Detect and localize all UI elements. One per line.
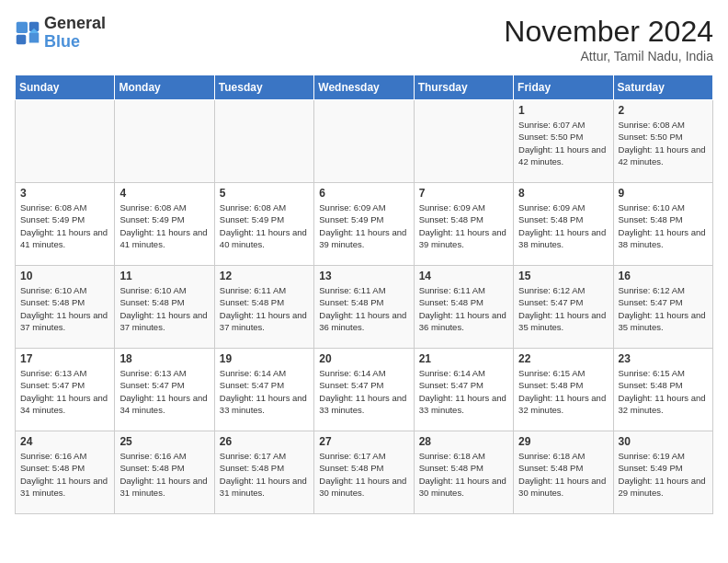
- calendar-cell: 8Sunrise: 6:09 AM Sunset: 5:48 PM Daylig…: [514, 183, 613, 266]
- day-info: Sunrise: 6:14 AM Sunset: 5:47 PM Dayligh…: [220, 367, 309, 416]
- day-number: 10: [20, 270, 109, 282]
- calendar-cell: 1Sunrise: 6:07 AM Sunset: 5:50 PM Daylig…: [514, 100, 613, 183]
- calendar-cell: 15Sunrise: 6:12 AM Sunset: 5:47 PM Dayli…: [514, 266, 613, 349]
- day-number: 4: [119, 187, 209, 200]
- calendar-cell: 18Sunrise: 6:13 AM Sunset: 5:47 PM Dayli…: [115, 349, 214, 431]
- day-number: 15: [518, 270, 608, 282]
- calendar-cell: 6Sunrise: 6:09 AM Sunset: 5:49 PM Daylig…: [314, 183, 414, 266]
- weekday-header-sunday: Sunday: [16, 75, 115, 100]
- day-info: Sunrise: 6:08 AM Sunset: 5:49 PM Dayligh…: [20, 201, 109, 250]
- svg-rect-2: [17, 35, 27, 45]
- day-info: Sunrise: 6:16 AM Sunset: 5:48 PM Dayligh…: [20, 450, 109, 499]
- day-number: 20: [319, 352, 408, 365]
- calendar-cell: 27Sunrise: 6:17 AM Sunset: 5:48 PM Dayli…: [314, 431, 414, 514]
- day-info: Sunrise: 6:18 AM Sunset: 5:48 PM Dayligh…: [419, 450, 508, 499]
- day-info: Sunrise: 6:19 AM Sunset: 5:49 PM Dayligh…: [619, 450, 708, 499]
- day-number: 18: [119, 352, 209, 365]
- day-number: 6: [319, 187, 408, 200]
- day-info: Sunrise: 6:10 AM Sunset: 5:48 PM Dayligh…: [119, 284, 209, 333]
- calendar-cell: 30Sunrise: 6:19 AM Sunset: 5:49 PM Dayli…: [613, 431, 712, 514]
- calendar-cell: 2Sunrise: 6:08 AM Sunset: 5:50 PM Daylig…: [613, 100, 712, 183]
- calendar-cell: 21Sunrise: 6:14 AM Sunset: 5:47 PM Dayli…: [414, 349, 513, 431]
- location-subtitle: Attur, Tamil Nadu, India: [504, 49, 713, 63]
- day-info: Sunrise: 6:14 AM Sunset: 5:47 PM Dayligh…: [419, 367, 508, 416]
- calendar-cell: 23Sunrise: 6:15 AM Sunset: 5:48 PM Dayli…: [613, 349, 712, 431]
- calendar-cell: 28Sunrise: 6:18 AM Sunset: 5:48 PM Dayli…: [414, 431, 513, 514]
- day-number: 5: [220, 187, 309, 200]
- day-number: 1: [518, 104, 608, 117]
- day-number: 11: [119, 270, 209, 282]
- logo-icon: [15, 20, 40, 46]
- day-info: Sunrise: 6:15 AM Sunset: 5:48 PM Dayligh…: [518, 367, 608, 416]
- day-number: 16: [619, 270, 708, 282]
- calendar-cell: 12Sunrise: 6:11 AM Sunset: 5:48 PM Dayli…: [214, 266, 313, 349]
- day-info: Sunrise: 6:09 AM Sunset: 5:48 PM Dayligh…: [518, 201, 608, 250]
- calendar-cell: 24Sunrise: 6:16 AM Sunset: 5:48 PM Dayli…: [16, 431, 115, 514]
- day-info: Sunrise: 6:09 AM Sunset: 5:49 PM Dayligh…: [319, 201, 408, 250]
- day-info: Sunrise: 6:17 AM Sunset: 5:48 PM Dayligh…: [319, 450, 408, 499]
- day-info: Sunrise: 6:15 AM Sunset: 5:48 PM Dayligh…: [619, 367, 708, 416]
- day-info: Sunrise: 6:13 AM Sunset: 5:47 PM Dayligh…: [119, 367, 209, 416]
- day-info: Sunrise: 6:16 AM Sunset: 5:48 PM Dayligh…: [119, 450, 209, 499]
- weekday-header-wednesday: Wednesday: [314, 75, 414, 100]
- day-number: 30: [619, 435, 708, 448]
- calendar-cell: 13Sunrise: 6:11 AM Sunset: 5:48 PM Dayli…: [314, 266, 414, 349]
- day-number: 2: [619, 104, 708, 117]
- calendar-table: SundayMondayTuesdayWednesdayThursdayFrid…: [15, 75, 713, 514]
- calendar-cell: 22Sunrise: 6:15 AM Sunset: 5:48 PM Dayli…: [514, 349, 613, 431]
- calendar-cell: 10Sunrise: 6:10 AM Sunset: 5:48 PM Dayli…: [16, 266, 115, 349]
- calendar-cell: 9Sunrise: 6:10 AM Sunset: 5:48 PM Daylig…: [613, 183, 712, 266]
- weekday-header-tuesday: Tuesday: [214, 75, 313, 100]
- calendar-cell: 5Sunrise: 6:08 AM Sunset: 5:49 PM Daylig…: [214, 183, 313, 266]
- calendar-cell: [214, 100, 313, 183]
- day-number: 26: [220, 435, 309, 448]
- day-number: 27: [319, 435, 408, 448]
- day-info: Sunrise: 6:08 AM Sunset: 5:49 PM Dayligh…: [119, 201, 209, 250]
- day-info: Sunrise: 6:12 AM Sunset: 5:47 PM Dayligh…: [619, 284, 708, 333]
- calendar-cell: [414, 100, 513, 183]
- day-number: 9: [619, 187, 708, 200]
- day-info: Sunrise: 6:08 AM Sunset: 5:50 PM Dayligh…: [619, 119, 708, 167]
- title-block: November 2024 Attur, Tamil Nadu, India: [504, 15, 713, 63]
- day-info: Sunrise: 6:07 AM Sunset: 5:50 PM Dayligh…: [518, 119, 608, 167]
- calendar-cell: 29Sunrise: 6:18 AM Sunset: 5:48 PM Dayli…: [514, 431, 613, 514]
- day-info: Sunrise: 6:09 AM Sunset: 5:48 PM Dayligh…: [419, 201, 508, 250]
- calendar-cell: 4Sunrise: 6:08 AM Sunset: 5:49 PM Daylig…: [115, 183, 214, 266]
- day-info: Sunrise: 6:10 AM Sunset: 5:48 PM Dayligh…: [619, 201, 708, 250]
- day-info: Sunrise: 6:17 AM Sunset: 5:48 PM Dayligh…: [220, 450, 309, 499]
- day-number: 3: [20, 187, 109, 200]
- day-number: 25: [119, 435, 209, 448]
- day-number: 12: [220, 270, 309, 282]
- day-number: 19: [220, 352, 309, 365]
- weekday-header-monday: Monday: [115, 75, 214, 100]
- day-info: Sunrise: 6:11 AM Sunset: 5:48 PM Dayligh…: [319, 284, 408, 333]
- calendar-cell: 25Sunrise: 6:16 AM Sunset: 5:48 PM Dayli…: [115, 431, 214, 514]
- day-number: 7: [419, 187, 508, 200]
- calendar-cell: 19Sunrise: 6:14 AM Sunset: 5:47 PM Dayli…: [214, 349, 313, 431]
- svg-rect-0: [17, 22, 28, 33]
- calendar-cell: [314, 100, 414, 183]
- logo: General Blue: [15, 15, 106, 52]
- day-info: Sunrise: 6:18 AM Sunset: 5:48 PM Dayligh…: [518, 450, 608, 499]
- day-number: 24: [20, 435, 109, 448]
- svg-marker-3: [29, 33, 40, 43]
- day-info: Sunrise: 6:12 AM Sunset: 5:47 PM Dayligh…: [518, 284, 608, 333]
- calendar-cell: [115, 100, 214, 183]
- day-info: Sunrise: 6:08 AM Sunset: 5:49 PM Dayligh…: [220, 201, 309, 250]
- calendar-cell: [16, 100, 115, 183]
- weekday-header-friday: Friday: [514, 75, 613, 100]
- day-number: 23: [619, 352, 708, 365]
- calendar-cell: 26Sunrise: 6:17 AM Sunset: 5:48 PM Dayli…: [214, 431, 313, 514]
- weekday-header-saturday: Saturday: [613, 75, 712, 100]
- day-info: Sunrise: 6:14 AM Sunset: 5:47 PM Dayligh…: [319, 367, 408, 416]
- weekday-header-thursday: Thursday: [414, 75, 513, 100]
- day-info: Sunrise: 6:11 AM Sunset: 5:48 PM Dayligh…: [220, 284, 309, 333]
- calendar-cell: 14Sunrise: 6:11 AM Sunset: 5:48 PM Dayli…: [414, 266, 513, 349]
- day-info: Sunrise: 6:13 AM Sunset: 5:47 PM Dayligh…: [20, 367, 109, 416]
- day-number: 28: [419, 435, 508, 448]
- day-number: 13: [319, 270, 408, 282]
- day-number: 29: [518, 435, 608, 448]
- calendar-cell: 16Sunrise: 6:12 AM Sunset: 5:47 PM Dayli…: [613, 266, 712, 349]
- calendar-cell: 3Sunrise: 6:08 AM Sunset: 5:49 PM Daylig…: [16, 183, 115, 266]
- day-info: Sunrise: 6:11 AM Sunset: 5:48 PM Dayligh…: [419, 284, 508, 333]
